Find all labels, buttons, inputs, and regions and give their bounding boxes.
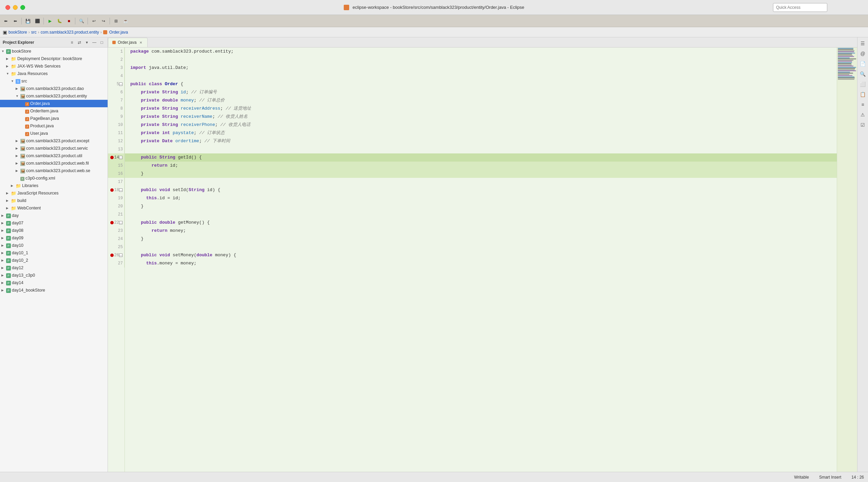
right-btn-9[interactable]: ☑ [858, 120, 868, 130]
right-btn-6[interactable]: 📋 [858, 90, 868, 99]
code-line-6[interactable]: private String id; // 订单编号 [125, 88, 837, 96]
toolbar-stop[interactable]: ■ [64, 17, 73, 25]
right-btn-1[interactable]: ☰ [858, 39, 868, 48]
minimap[interactable] [837, 48, 857, 472]
code-line-21[interactable] [125, 210, 837, 219]
code-line-12[interactable]: private Date ordertime; // 下单时间 [125, 137, 837, 145]
code-line-22[interactable]: public double getMoney() { [125, 219, 837, 227]
code-line-11[interactable]: private int paystate; // 订单状态 [125, 129, 837, 137]
code-line-23[interactable]: return money; [125, 227, 837, 235]
collapse-button-5[interactable]: — [119, 82, 122, 86]
code-line-9[interactable]: private String receiverName; // 收货人姓名 [125, 113, 837, 121]
sidebar-item-pkg-except[interactable]: ▶📦com.samblack323.product.except [0, 137, 108, 145]
sidebar-item-pkg-util[interactable]: ▶📦com.samblack323.product.util [0, 152, 108, 160]
sidebar-item-libraries[interactable]: ▶📁Libraries [0, 182, 108, 189]
right-btn-2[interactable]: @ [858, 49, 868, 58]
sidebar-view-menu-button[interactable]: ▾ [84, 39, 90, 45]
code-line-4[interactable] [125, 72, 837, 80]
quick-access-input[interactable] [773, 3, 827, 12]
toolbar-undo[interactable]: ↩ [90, 17, 98, 25]
code-line-3[interactable]: import java.util.Date; [125, 64, 837, 72]
sidebar-item-day[interactable]: ▶Pday [0, 212, 108, 219]
breadcrumb-item-1[interactable]: bookStore [8, 30, 27, 35]
code-line-24[interactable]: } [125, 235, 837, 243]
right-btn-5[interactable]: ⬜ [858, 79, 868, 89]
sidebar-item-js-resources[interactable]: ▶📁JavaScript Resources [0, 189, 108, 197]
sidebar-item-jaxws[interactable]: ▶📁JAX-WS Web Services [0, 62, 108, 70]
code-line-1[interactable]: package com.samblack323.product.entity; [125, 48, 837, 56]
sidebar-item-deployment[interactable]: ▶📁Deployment Descriptor: bookStore [0, 55, 108, 62]
sidebar-item-src[interactable]: ▼Ssrc [0, 77, 108, 85]
toolbar-run[interactable]: ▶ [45, 17, 54, 25]
right-btn-4[interactable]: 🔍 [858, 69, 868, 79]
toolbar-back[interactable]: ⬅ [1, 17, 10, 25]
close-button[interactable] [5, 5, 10, 10]
code-line-7[interactable]: private double money; // 订单总价 [125, 96, 837, 105]
collapse-all-button[interactable]: ≡ [69, 39, 75, 45]
code-line-8[interactable]: private String receiverAddress; // 送货地址 [125, 105, 837, 113]
sidebar-item-pkg-web-se[interactable]: ▶📦com.samblack323.product.web.se [0, 167, 108, 174]
quick-access[interactable] [773, 3, 827, 12]
toolbar-search[interactable]: 🔍 [77, 17, 86, 25]
code-line-25[interactable] [125, 243, 837, 251]
breadcrumb-item-3[interactable]: com.samblack323.product.entity [41, 30, 99, 35]
tab-close-button[interactable]: ✕ [138, 40, 143, 45]
sidebar-item-day14_bookStore[interactable]: ▶Pday14_bookStore [0, 286, 108, 294]
sidebar-item-Order.java[interactable]: JOrder.java [0, 100, 108, 107]
sidebar-item-day10_2[interactable]: ▶Pday10_2 [0, 257, 108, 264]
code-line-2[interactable] [125, 56, 837, 64]
sidebar-item-day10[interactable]: ▶Pday10 [0, 242, 108, 249]
sidebar-item-WebContent[interactable]: ▶📁WebContent [0, 204, 108, 212]
sidebar-item-pkg-web-fil[interactable]: ▶📦com.samblack323.product.web.fil [0, 160, 108, 167]
code-line-13[interactable] [125, 145, 837, 153]
breadcrumb-item-4[interactable]: Order.java [109, 30, 128, 35]
collapse-button-14[interactable]: — [119, 156, 122, 159]
sidebar-item-day09[interactable]: ▶Pday09 [0, 234, 108, 242]
minimize-button[interactable] [13, 5, 18, 10]
sidebar-item-day13_c3p0[interactable]: ▶Pday13_c3p0 [0, 272, 108, 279]
breadcrumb-item-2[interactable]: src [31, 30, 37, 35]
sidebar-item-day07[interactable]: ▶Pday07 [0, 219, 108, 227]
code-line-10[interactable]: private String receiverPhone; // 收货人电话 [125, 121, 837, 129]
code-line-20[interactable]: } [125, 202, 837, 210]
toolbar-save-all[interactable]: ⬛ [33, 17, 42, 25]
maximize-button[interactable] [20, 5, 25, 10]
sidebar-item-User.java[interactable]: JUser.java [0, 130, 108, 137]
code-line-18[interactable]: public void setId(String id) { [125, 186, 837, 194]
tab-order-java[interactable]: Order.java ✕ [108, 38, 148, 47]
code-line-15[interactable]: return id; [125, 162, 837, 170]
sidebar-item-pkg-entity[interactable]: ▼📦com.samblack323.product.entity [0, 92, 108, 100]
code-area[interactable]: package com.samblack323.product.entity; … [125, 48, 837, 472]
code-line-27[interactable]: this.money = money; [125, 259, 837, 267]
minimize-sidebar-button[interactable]: — [91, 39, 97, 45]
sidebar-item-day08[interactable]: ▶Pday08 [0, 227, 108, 234]
right-btn-3[interactable]: 📄 [858, 59, 868, 69]
toolbar-save[interactable]: 💾 [23, 17, 32, 25]
link-with-editor-button[interactable]: ⇄ [76, 39, 82, 45]
sidebar-item-pkg-service[interactable]: ▶📦com.samblack323.product.servic [0, 145, 108, 152]
maximize-sidebar-button[interactable]: □ [99, 39, 105, 45]
editor-content[interactable]: 12345—67891011121314—15161718—19202122—2… [108, 48, 857, 472]
collapse-button-22[interactable]: — [119, 221, 122, 224]
code-line-19[interactable]: this.id = id; [125, 194, 837, 202]
code-line-14[interactable]: public String getId() { [125, 153, 837, 162]
code-line-5[interactable]: public class Order { [125, 80, 837, 88]
toolbar-perspective-layout[interactable]: ⊞ [112, 17, 120, 25]
sidebar-item-day14[interactable]: ▶Pday14 [0, 279, 108, 286]
sidebar-item-build[interactable]: ▶📁build [0, 197, 108, 204]
sidebar-item-day12[interactable]: ▶Pday12 [0, 264, 108, 272]
sidebar-item-java-resources[interactable]: ▼📁Java Resources [0, 70, 108, 77]
sidebar-item-Product.java[interactable]: JProduct.java [0, 122, 108, 130]
collapse-button-18[interactable]: — [119, 188, 122, 192]
toolbar-redo[interactable]: ↪ [99, 17, 108, 25]
toolbar-debug[interactable]: 🐛 [55, 17, 64, 25]
sidebar-item-c3p0-config[interactable]: Xc3p0-config.xml [0, 174, 108, 182]
collapse-button-26[interactable]: — [119, 254, 122, 257]
right-btn-7[interactable]: ≡ [858, 100, 868, 109]
toolbar-perspective-java[interactable]: ☕ [121, 17, 130, 25]
sidebar-item-pkg-dao[interactable]: ▶📦com.samblack323.product.dao [0, 85, 108, 92]
right-btn-8[interactable]: ⚠ [858, 110, 868, 119]
sidebar-item-day10_1[interactable]: ▶Pday10_1 [0, 249, 108, 257]
sidebar-item-PageBean.java[interactable]: JPageBean.java [0, 115, 108, 122]
code-line-26[interactable]: public void setMoney(double money) { [125, 251, 837, 259]
